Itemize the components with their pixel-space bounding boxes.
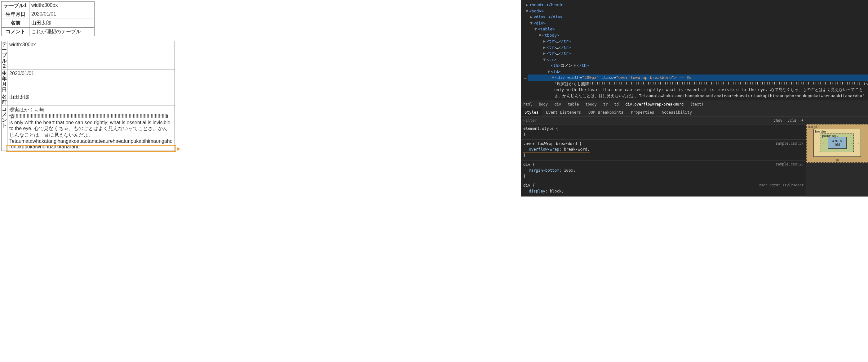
disclosure-triangle-icon[interactable]: ▶ — [530, 14, 533, 20]
tab-styles[interactable]: Styles — [521, 108, 542, 116]
th: 生年月日 — [2, 10, 29, 19]
th: テーブル2 — [2, 41, 7, 70]
breadcrumb-item[interactable]: tbody — [586, 102, 597, 107]
page-preview: テーブル1width:300px 生年月日2020/01/01 名前山田太郎 コ… — [0, 0, 521, 197]
table-row: 名前山田太郎 — [2, 93, 175, 106]
source-link[interactable]: sample.css:37 — [776, 141, 804, 146]
box-model-content: 476 × 168 — [828, 137, 847, 149]
td: 現実はかくも無情!!!!!!!!!!!!!!!!!!!!!!!!!!!!!!!!… — [7, 106, 175, 150]
disclosure-triangle-icon[interactable]: ▼ — [548, 68, 551, 75]
tab-properties[interactable]: Properties — [627, 108, 658, 116]
hov-toggle-button[interactable]: :hov — [771, 117, 785, 124]
th: 名前 — [2, 93, 7, 106]
table-row: 生年月日2020/01/01 — [2, 10, 95, 19]
disclosure-triangle-icon[interactable]: ▼ — [526, 8, 529, 14]
breadcrumb-item[interactable]: td — [614, 102, 619, 107]
breadcrumb-item[interactable]: div — [554, 102, 561, 107]
td: 2020/01/01 — [7, 69, 175, 93]
td: 2020/01/01 — [29, 10, 95, 19]
table-2: テーブル2width:300px 生年月日2020/01/01 名前山田太郎 コ… — [1, 41, 175, 151]
disclosure-triangle-icon[interactable]: ▶ — [526, 2, 529, 8]
disclosure-triangle-icon[interactable]: ▶ — [543, 38, 547, 45]
breadcrumb-item[interactable]: div.overflowWrap-breakWord — [625, 102, 684, 107]
tab-event-listeners[interactable]: Event Listeners — [542, 108, 585, 116]
disclosure-triangle-icon[interactable]: ▼ — [552, 75, 555, 81]
disclosure-triangle-icon[interactable]: ▼ — [543, 56, 547, 63]
th: コメント — [2, 28, 29, 36]
devtools-panel: ▶<head>…</head> ▼<body> ▶<div>…</div> ▼<… — [521, 0, 868, 197]
styles-filter-input[interactable] — [521, 117, 771, 124]
styles-pane: :hov .cls + element.style {} sample.css:… — [521, 117, 806, 197]
styles-filter-bar: :hov .cls + — [521, 117, 806, 124]
breadcrumb-item[interactable]: (text) — [690, 102, 703, 107]
computed-pane: margin - - - 10 border - - - - padding - — [806, 117, 868, 197]
table-row: テーブル2width:300px — [2, 41, 175, 70]
disclosure-triangle-icon[interactable]: ▶ — [543, 45, 547, 51]
table-row: コメント現実はかくも無情!!!!!!!!!!!!!!!!!!!!!!!!!!!!… — [2, 106, 175, 150]
th: 名前 — [2, 19, 29, 28]
styles-tabs: Styles Event Listeners DOM Breakpoints P… — [521, 108, 868, 117]
new-rule-button[interactable]: + — [799, 117, 806, 124]
disclosure-triangle-icon[interactable]: ▼ — [530, 20, 533, 26]
css-rule[interactable]: user agent stylesheet div { display: blo… — [521, 181, 806, 197]
table-row: 名前山田太郎 — [2, 19, 95, 28]
annotation-arrow — [177, 143, 291, 162]
css-rule[interactable]: sample.css:28 div { margin-bottom: 10px;… — [521, 161, 806, 181]
table-row: テーブル1width:300px — [2, 2, 95, 10]
tab-accessibility[interactable]: Accessibility — [658, 108, 695, 116]
box-model-diagram[interactable]: margin - - - 10 border - - - - padding - — [806, 124, 868, 163]
css-rule[interactable]: element.style {} — [521, 124, 806, 140]
tab-dom-breakpoints[interactable]: DOM Breakpoints — [585, 108, 627, 116]
user-agent-label: user agent stylesheet — [758, 183, 804, 188]
cls-toggle-button[interactable]: .cls — [785, 117, 799, 124]
breadcrumb-item[interactable]: table — [568, 102, 579, 107]
elements-tree[interactable]: ▶<head>…</head> ▼<body> ▶<div>…</div> ▼<… — [521, 0, 868, 101]
css-rule[interactable]: sample.css:37 .overflowWrap-breakWord { … — [521, 140, 806, 161]
disclosure-triangle-icon[interactable]: ▼ — [539, 32, 542, 38]
td: width:300px — [29, 2, 95, 10]
table-row: 生年月日2020/01/01 — [2, 69, 175, 93]
th: テーブル1 — [2, 2, 29, 10]
td: 山田太郎 — [29, 19, 95, 28]
breadcrumb[interactable]: html body div table tbody tr td div.over… — [521, 101, 868, 108]
text-node[interactable]: "現実はかくも無情!!!!!!!!!!!!!!!!!!!!!!!!!!!!!!!… — [523, 81, 868, 99]
disclosure-triangle-icon[interactable]: ▼ — [534, 26, 538, 32]
source-link[interactable]: sample.css:28 — [776, 162, 804, 167]
breadcrumb-item[interactable]: tr — [603, 102, 608, 107]
th: コメント — [2, 106, 7, 150]
selected-dom-node[interactable]: … ▼<div width="300px" class="overflowWra… — [523, 75, 868, 81]
td: これが理想のテーブル — [29, 28, 95, 36]
table-row: コメントこれが理想のテーブル — [2, 28, 95, 36]
table-1: テーブル1width:300px 生年月日2020/01/01 名前山田太郎 コ… — [1, 1, 95, 36]
overflow-indicator: … — [523, 75, 528, 81]
breadcrumb-item[interactable]: body — [539, 102, 548, 107]
breadcrumb-item[interactable]: html — [523, 102, 532, 107]
th: 生年月日 — [2, 69, 7, 93]
td: width:300px — [7, 41, 175, 70]
disclosure-triangle-icon[interactable]: ▶ — [543, 50, 547, 56]
td: 山田太郎 — [7, 93, 175, 106]
